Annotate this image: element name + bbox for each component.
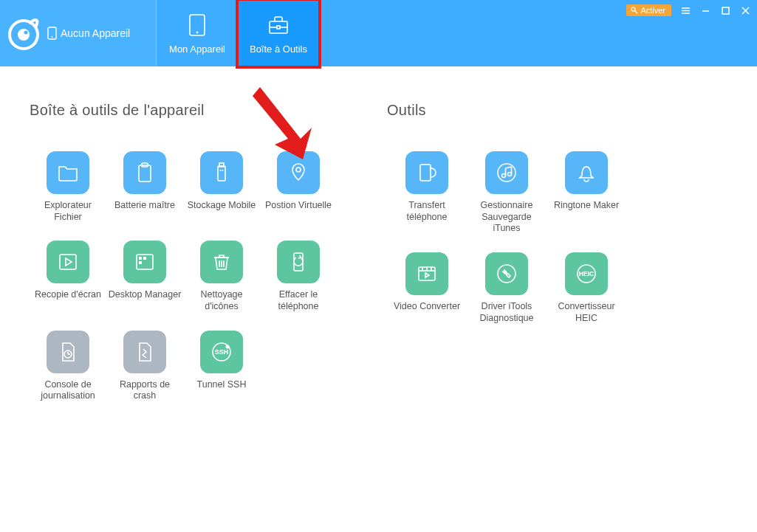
tool-icon-cleanup[interactable]: Nettoyage d'icônes <box>183 241 260 312</box>
tool-label: Ringtone Maker <box>549 200 623 212</box>
apps-grid-icon <box>123 241 166 283</box>
trash-icon <box>200 241 243 283</box>
svg-point-6 <box>196 31 199 33</box>
minimize-button[interactable] <box>700 5 711 16</box>
svg-rect-16 <box>722 7 729 14</box>
svg-point-2 <box>24 31 28 35</box>
close-button[interactable] <box>740 5 751 16</box>
tab-toolbox[interactable]: Boîte à Outils <box>238 0 319 66</box>
svg-point-25 <box>296 167 301 172</box>
svg-rect-35 <box>294 253 303 271</box>
toolbox-icon <box>266 13 291 38</box>
tool-ssh-tunnel[interactable]: SSH Tunnel SSH <box>183 331 260 402</box>
svg-point-43 <box>498 164 515 182</box>
tools-grid: Transfert téléphone Gestionnaire Sauvega… <box>387 151 626 324</box>
svg-rect-26 <box>60 255 76 269</box>
svg-point-4 <box>52 36 53 38</box>
svg-rect-30 <box>139 261 142 264</box>
svg-line-48 <box>506 167 512 168</box>
svg-line-11 <box>634 10 637 13</box>
svg-rect-42 <box>420 165 431 181</box>
tool-label: Gestionnaire Sauvegarde iTunes <box>470 200 544 235</box>
svg-rect-22 <box>219 163 224 167</box>
tool-video-converter[interactable]: Video Converter <box>387 252 467 324</box>
itunes-icon <box>485 151 528 194</box>
wrench-circle-icon <box>485 252 528 295</box>
tool-driver-diagnostic[interactable]: Driver iTools Diagnostique <box>467 252 547 324</box>
menu-button[interactable] <box>680 5 691 16</box>
tab-label: Boîte à Outils <box>250 44 307 55</box>
tool-heic-converter[interactable]: HEIC Convertisseur HEIC <box>547 252 626 324</box>
tool-label: Desktop Manager <box>108 289 182 301</box>
tool-label: Rapports de crash <box>108 379 182 402</box>
maximize-button[interactable] <box>720 5 731 16</box>
clipboard-icon <box>123 151 166 194</box>
tool-label: Effacer le téléphone <box>261 289 335 312</box>
activate-label: Activer <box>640 6 665 15</box>
tool-label: Batterie maître <box>108 200 182 212</box>
header-tabs: Mon Appareil Boîte à Outils <box>156 0 319 66</box>
tool-battery-master[interactable]: Batterie maître <box>106 151 183 223</box>
tool-crash-reports[interactable]: Rapports de crash <box>106 331 183 402</box>
transfer-icon <box>405 151 448 194</box>
tool-log-console[interactable]: Console de journalisation <box>30 331 106 402</box>
tool-label: Console de journalisation <box>31 379 105 402</box>
tool-mobile-storage[interactable]: Stockage Mobile <box>183 151 260 223</box>
tool-file-explorer[interactable]: Explorateur Fichier <box>30 151 106 223</box>
tab-my-device[interactable]: Mon Appareil <box>157 0 238 66</box>
tool-ringtone-maker[interactable]: Ringtone Maker <box>547 151 626 235</box>
tool-label: Convertisseur HEIC <box>549 301 623 324</box>
app-logo-icon <box>6 15 41 51</box>
tool-label: Tunnel SSH <box>185 379 258 391</box>
key-icon <box>631 7 638 14</box>
logo-area: Aucun Appareil <box>0 0 156 66</box>
crash-file-icon <box>123 331 166 373</box>
svg-rect-28 <box>139 257 142 260</box>
play-screen-icon <box>47 241 89 283</box>
tablet-icon <box>185 13 210 38</box>
tool-label: Postion Virtuelle <box>261 200 335 212</box>
section-title: Outils <box>387 102 626 119</box>
tool-virtual-position[interactable]: Postion Virtuelle <box>260 151 337 223</box>
tool-label: Driver iTools Diagnostique <box>470 301 544 324</box>
ssh-icon: SSH <box>200 331 243 373</box>
content: Boîte à outils de l'appareil Explorateur… <box>0 66 757 402</box>
tool-desktop-manager[interactable]: Desktop Manager <box>106 241 183 312</box>
tool-phone-transfer[interactable]: Transfert téléphone <box>387 151 467 235</box>
tool-itunes-backup[interactable]: Gestionnaire Sauvegarde iTunes <box>467 151 547 235</box>
folder-icon <box>47 151 89 194</box>
device-status-label: Aucun Appareil <box>61 27 130 39</box>
header: Aucun Appareil Mon Appareil Boîte à Outi… <box>0 0 757 66</box>
svg-point-1 <box>18 29 30 41</box>
log-file-icon <box>47 331 89 373</box>
bell-icon <box>565 151 608 194</box>
svg-text:SSH: SSH <box>215 348 229 356</box>
device-status: Aucun Appareil <box>47 27 130 40</box>
svg-text:HEIC: HEIC <box>579 270 594 277</box>
svg-rect-9 <box>277 26 280 29</box>
tab-label: Mon Appareil <box>169 44 225 55</box>
window-controls: Activer <box>626 4 751 16</box>
tool-label: Recopie d'écran <box>31 289 105 301</box>
tool-label: Explorateur Fichier <box>31 200 105 223</box>
svg-rect-21 <box>218 166 225 181</box>
tool-label: Stockage Mobile <box>185 200 258 212</box>
activate-button[interactable]: Activer <box>626 4 671 16</box>
tool-erase-phone[interactable]: Effacer le téléphone <box>260 241 337 312</box>
device-icon <box>47 27 57 40</box>
tools-column: Outils Transfert téléphone Gestionnaire … <box>387 102 626 402</box>
svg-rect-29 <box>143 257 146 260</box>
device-tools-grid: Explorateur Fichier Batterie maître Stoc… <box>30 151 337 402</box>
tool-label: Nettoyage d'icônes <box>185 289 258 312</box>
device-toolbox-column: Boîte à outils de l'appareil Explorateur… <box>30 102 337 402</box>
section-title: Boîte à outils de l'appareil <box>30 102 337 119</box>
film-icon <box>405 252 448 295</box>
usb-icon <box>200 151 243 194</box>
svg-rect-19 <box>139 165 151 182</box>
tool-label: Video Converter <box>390 301 464 313</box>
heic-icon: HEIC <box>565 252 608 295</box>
location-pin-icon <box>277 151 320 194</box>
erase-phone-icon <box>277 241 320 283</box>
tool-label: Transfert téléphone <box>390 200 464 223</box>
tool-screen-mirror[interactable]: Recopie d'écran <box>30 241 106 312</box>
